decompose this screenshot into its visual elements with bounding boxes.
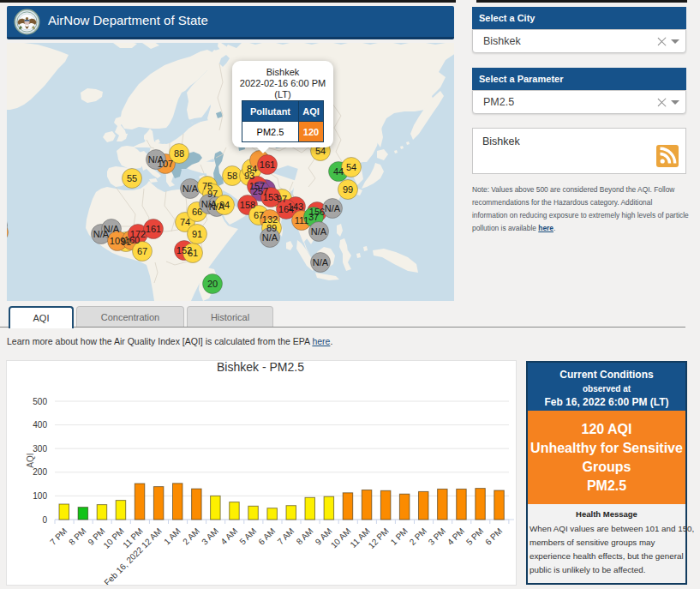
svg-text:N/A: N/A xyxy=(311,226,327,237)
svg-text:37: 37 xyxy=(308,212,319,222)
svg-text:N/A: N/A xyxy=(148,154,165,165)
svg-text:0: 0 xyxy=(42,515,47,525)
svg-text:111: 111 xyxy=(295,215,309,225)
svg-text:1 PM: 1 PM xyxy=(389,526,410,547)
svg-text:6 AM: 6 AM xyxy=(256,526,277,547)
svg-text:153: 153 xyxy=(263,192,278,202)
svg-text:Bishkek - PM2.5: Bishkek - PM2.5 xyxy=(217,361,304,374)
svg-text:5 PM: 5 PM xyxy=(464,526,485,547)
svg-text:3 AM: 3 AM xyxy=(200,526,220,547)
svg-text:400: 400 xyxy=(33,420,47,430)
svg-text:1 AM: 1 AM xyxy=(162,526,182,547)
svg-text:109: 109 xyxy=(110,236,125,246)
svg-text:12 PM: 12 PM xyxy=(367,526,391,550)
svg-text:20: 20 xyxy=(207,279,218,289)
svg-text:58: 58 xyxy=(227,171,237,181)
svg-text:10 PM: 10 PM xyxy=(101,526,125,550)
svg-text:AQI: AQI xyxy=(26,453,35,467)
svg-text:4 PM: 4 PM xyxy=(446,526,466,547)
svg-text:161: 161 xyxy=(260,159,275,170)
svg-text:200: 200 xyxy=(33,467,47,477)
svg-text:8 PM: 8 PM xyxy=(67,526,87,547)
svg-text:44: 44 xyxy=(333,166,344,177)
svg-text:N/A: N/A xyxy=(313,257,329,267)
svg-text:N/A: N/A xyxy=(104,224,120,234)
svg-text:2 AM: 2 AM xyxy=(181,526,201,547)
svg-text:97: 97 xyxy=(207,189,218,199)
svg-text:172: 172 xyxy=(130,229,146,239)
svg-text:55: 55 xyxy=(127,173,137,183)
svg-text:8 AM: 8 AM xyxy=(295,526,315,547)
svg-text:54: 54 xyxy=(346,162,356,172)
svg-text:2 PM: 2 PM xyxy=(408,526,428,547)
svg-text:164: 164 xyxy=(278,204,294,214)
svg-text:61: 61 xyxy=(188,248,198,258)
svg-text:7 PM: 7 PM xyxy=(48,526,69,547)
svg-text:100: 100 xyxy=(33,491,47,501)
svg-text:500: 500 xyxy=(33,397,47,406)
svg-text:161: 161 xyxy=(146,224,161,234)
svg-text:91: 91 xyxy=(192,229,202,239)
svg-text:74: 74 xyxy=(180,217,190,227)
svg-text:67: 67 xyxy=(137,246,147,256)
svg-text:3 PM: 3 PM xyxy=(427,526,447,547)
svg-text:158: 158 xyxy=(240,200,255,210)
svg-text:N/A: N/A xyxy=(262,232,278,243)
svg-text:5 AM: 5 AM xyxy=(237,526,258,547)
svg-text:N/A: N/A xyxy=(325,203,341,213)
svg-text:300: 300 xyxy=(33,444,47,454)
svg-text:4 AM: 4 AM xyxy=(218,526,239,547)
svg-text:7 AM: 7 AM xyxy=(276,526,296,547)
svg-text:94: 94 xyxy=(219,200,230,210)
svg-text:N/A: N/A xyxy=(182,183,199,194)
svg-text:6 PM: 6 PM xyxy=(483,526,504,547)
svg-text:88: 88 xyxy=(174,148,184,159)
svg-text:10 AM: 10 AM xyxy=(329,526,353,550)
svg-text:84: 84 xyxy=(247,164,257,174)
svg-text:99: 99 xyxy=(343,184,353,195)
